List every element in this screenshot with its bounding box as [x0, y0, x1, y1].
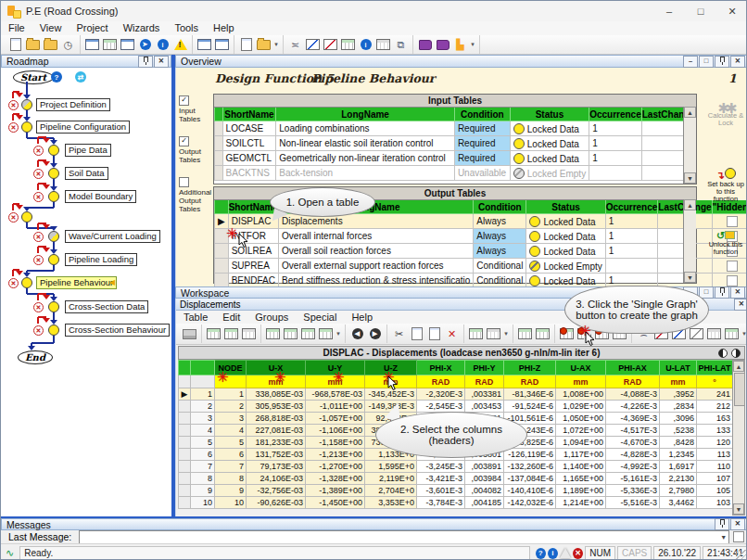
cell-u-ax[interactable]: 1,008E+00	[556, 388, 606, 401]
warning-icon[interactable]	[171, 36, 189, 53]
roadmap-item-pipeline-behaviour[interactable]: Pipeline Behaviour◀	[36, 276, 117, 289]
cell-u-ax[interactable]: 1,029E+00	[556, 401, 606, 413]
row-selector[interactable]	[215, 244, 229, 259]
table-row[interactable]: 55181,233E-03-1,158E+00730,304E-3-2,982E…	[179, 437, 733, 449]
cell-phi-ax[interactable]: -4,369E-3	[606, 413, 660, 425]
cell-phi-z[interactable]: -140,410E-6	[504, 485, 556, 497]
cell-u-z[interactable]: 730,304E-3	[365, 437, 417, 449]
cell-u-z[interactable]: 1,595E+0	[365, 461, 417, 473]
maximize-button[interactable]: □	[685, 1, 716, 21]
copy-graph-icon[interactable]	[705, 325, 723, 342]
cell-condition[interactable]: Required	[454, 151, 510, 166]
print-icon[interactable]	[181, 325, 198, 342]
roadmap-item-wave-current-loading[interactable]: Wave/Current Loading	[65, 230, 160, 243]
table-row[interactable]: 1010-90,626E-03-1,450E+003,353E+0-3,784E…	[179, 497, 733, 509]
row-selector[interactable]	[179, 485, 191, 497]
cell-status[interactable]: Locked Data	[526, 274, 605, 287]
cell-node[interactable]: 7	[215, 461, 247, 473]
roadmap-item-pipeline-loading[interactable]: Pipeline Loading	[65, 253, 137, 266]
resize-grip[interactable]	[736, 550, 747, 560]
data-export-icon[interactable]	[255, 36, 272, 53]
minimize-button[interactable]: –	[653, 1, 685, 21]
row-selector[interactable]: ▶	[179, 388, 191, 401]
cell-u-y[interactable]: -1,158E+00	[306, 437, 365, 449]
scrollbar[interactable]: ▲ ▼	[683, 107, 696, 184]
scroll-down-icon[interactable]: ▼	[684, 272, 696, 283]
cell-shortname[interactable]: SUPREA	[228, 259, 278, 274]
cell-phi-y[interactable]: ,003672	[465, 425, 504, 437]
pin-icon[interactable]	[715, 56, 729, 68]
maximize-icon[interactable]: □	[699, 56, 714, 68]
status-node-icon[interactable]	[21, 99, 32, 110]
cell-phi-lat[interactable]: 241	[697, 388, 733, 401]
cell-u-lat[interactable]: ,5238	[660, 425, 697, 437]
green-export-icon[interactable]	[723, 325, 741, 342]
close-icon[interactable]: ✕	[154, 56, 169, 68]
table-row[interactable]: 66131,752E-03-1,213E+001,133E+0-3,073E-3…	[179, 449, 733, 461]
cell-condition[interactable]: Always	[474, 229, 526, 244]
hidden-checkbox[interactable]	[727, 216, 738, 227]
setback-node-icon[interactable]: ✕	[33, 169, 44, 179]
cell-status[interactable]: Locked Data	[526, 229, 605, 244]
export-table-icon[interactable]	[534, 325, 551, 342]
status-node-icon[interactable]	[48, 145, 59, 156]
cell-phi-z[interactable]: -91,524E-6	[504, 401, 556, 413]
disp-menu-item-edit[interactable]: Edit	[215, 311, 247, 325]
pipe-support-icon[interactable]: ≍	[286, 36, 304, 53]
cell-longname[interactable]: Loading combinations	[276, 121, 455, 136]
cell-u-ax[interactable]: 1,140E+00	[556, 461, 606, 473]
cell-phi-ax[interactable]: -5,516E-3	[606, 497, 660, 509]
cell-phi-z[interactable]: -110,243E-6	[504, 425, 556, 437]
cell-u-y[interactable]: -1,389E+00	[306, 485, 365, 497]
cell-phi-ax[interactable]: -5,161E-3	[606, 473, 660, 485]
delete-icon[interactable]: ✕	[443, 325, 461, 342]
table-rows-icon[interactable]	[299, 325, 317, 342]
status-node-icon[interactable]	[48, 301, 59, 312]
roadmap-item-model-boundary[interactable]: Model Boundary	[65, 190, 136, 203]
menu-item-wizards[interactable]: Wizards	[116, 21, 168, 35]
roadmap-item-pipeline-configuration[interactable]: Pipeline Configuration	[36, 121, 130, 134]
disp-menu-item-groups[interactable]: Groups	[247, 311, 296, 325]
cell-u-y[interactable]: -968,578E-03	[306, 388, 365, 401]
cell-u-ax[interactable]: 1,050E+00	[556, 413, 606, 425]
setback-node-icon[interactable]: ✕	[8, 100, 19, 110]
cell-u-x[interactable]: 305,953E-03	[247, 401, 306, 413]
close-icon[interactable]: ✕	[730, 56, 745, 68]
cell-u-x[interactable]: 268,818E-03	[247, 413, 306, 425]
cell-hidden[interactable]	[712, 259, 747, 274]
cell-phi-y[interactable]: ,003453	[465, 401, 504, 413]
cell-u-x[interactable]: -32,756E-03	[247, 485, 306, 497]
help-status-icon[interactable]: ?	[536, 548, 546, 559]
chevron-down-icon[interactable]: ▼	[720, 534, 728, 541]
row-selector[interactable]	[215, 274, 229, 287]
cell-phi-x[interactable]: -3,073E-3	[417, 449, 465, 461]
graph-sheet-icon[interactable]	[322, 36, 339, 53]
single-graph-icon[interactable]	[652, 325, 670, 342]
cell-node[interactable]: 3	[215, 413, 247, 425]
cell-u-lat[interactable]: 1,6917	[660, 461, 697, 473]
dropdown-arrow-icon[interactable]: ▾	[741, 330, 747, 337]
cell-node[interactable]: 1	[215, 388, 247, 401]
pin-icon[interactable]	[715, 286, 729, 299]
unit-cell[interactable]: °	[697, 375, 733, 388]
menu-item-tools[interactable]: Tools	[167, 21, 206, 35]
disp-menu-item-special[interactable]: Special	[296, 311, 344, 325]
row-number[interactable]: 8	[191, 473, 215, 485]
cell-phi-z[interactable]: -101,561E-6	[504, 413, 556, 425]
menu-item-view[interactable]: View	[32, 21, 70, 35]
cell-u-y[interactable]: -1,011E+00	[306, 401, 365, 413]
scroll-up-icon[interactable]: ▲	[733, 361, 744, 372]
scrollbar[interactable]: ▲ ▼	[683, 199, 696, 283]
graph-table-icon[interactable]	[339, 36, 357, 53]
cell-longname[interactable]: Back-tension	[276, 166, 455, 181]
column-header-phi-y[interactable]: PHI-Y	[465, 361, 504, 375]
report-export-icon[interactable]	[237, 36, 255, 53]
setback-node-icon[interactable]: ✕	[33, 192, 44, 202]
nav-first-icon[interactable]: ◀	[348, 325, 366, 342]
explore-icon[interactable]: ➤	[136, 36, 154, 53]
cell-phi-x[interactable]: -2,715E-3	[417, 413, 465, 425]
open-folder-icon[interactable]	[24, 36, 42, 53]
table-row[interactable]: ▶DISPLACDisplacementsAlwaysLocked Data1	[215, 214, 747, 229]
info-status-icon[interactable]: i	[548, 548, 558, 559]
dropdown-arrow-icon[interactable]: ▾	[502, 330, 510, 337]
